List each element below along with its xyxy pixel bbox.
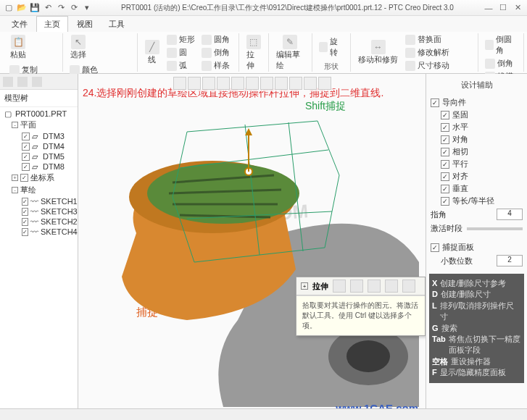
refit-icon[interactable] xyxy=(173,77,186,90)
popup-btn5-icon[interactable] xyxy=(402,280,415,293)
datum-display-icon[interactable] xyxy=(275,77,288,90)
popup-hint: 拾取要对其进行操作的图元。将激活默认工具。使用 Ctrl 键以选择多个项。 xyxy=(296,295,425,335)
model-tree-panel: 模型树 ▢PRT0001.PRT -平面 ✓▱DTM3 ✓▱DTM4 ✓▱DTM… xyxy=(0,74,78,420)
popup-btn2-icon[interactable] xyxy=(350,280,363,293)
menubar: 文件 主页 视图 工具 xyxy=(0,16,527,32)
tree-item[interactable]: ✓▱DTM5 xyxy=(1,151,76,161)
ribbon: 📋粘贴 复制 剪贴板 ↖选择 颜色 几何规则 选择 ╱线 矩形 圆 弧 圆角 倒… xyxy=(0,32,527,74)
tree-item[interactable]: ✓▱DTM8 xyxy=(1,161,76,172)
tree-item[interactable]: ✓▱DTM3 xyxy=(1,131,76,141)
axis-display-icon[interactable] xyxy=(289,77,302,90)
decimals-input[interactable]: 2 xyxy=(497,255,523,266)
popup-btn3-icon[interactable] xyxy=(368,280,381,293)
star-icon[interactable] xyxy=(32,77,42,87)
guide-toggle[interactable]: ✓导向件 xyxy=(431,96,523,109)
decimals-label: 小数位数 xyxy=(441,256,473,266)
snap-panel-toggle[interactable]: ✓捕捉面板 xyxy=(431,241,523,253)
chamfer2-button[interactable]: 倒角 xyxy=(483,57,519,70)
circle-button[interactable]: 圆 xyxy=(165,46,197,59)
popup-btn1-icon[interactable] xyxy=(333,280,346,293)
folder-icon[interactable] xyxy=(17,77,28,87)
svg-line-10 xyxy=(180,150,328,168)
popup-expand-icon[interactable]: + xyxy=(301,282,308,290)
round-button[interactable]: 倒圆角 xyxy=(483,33,519,56)
rect-button[interactable]: 矩形 xyxy=(165,33,197,46)
close-icon[interactable]: ✕ xyxy=(511,3,524,13)
paste-button[interactable]: 📋粘贴 xyxy=(7,33,29,62)
delay-slider[interactable] xyxy=(467,227,523,230)
select-button[interactable]: ↖选择 xyxy=(67,33,89,62)
tree-item[interactable]: ✓▱DTM4 xyxy=(1,141,76,151)
replace-face-button[interactable]: 替换面 xyxy=(403,33,452,46)
design-aid-panel: 设计辅助 ✓导向件 ✓坚固 ✓水平 ✓对角 ✓相切 ✓平行 ✓对齐 ✓垂直 ✓等… xyxy=(426,74,527,420)
quick-access-toolbar: ▢ 📂 💾 ↶ ↷ ⟳ ▾ xyxy=(3,2,93,14)
new-icon[interactable]: ▢ xyxy=(3,2,14,14)
pan-icon[interactable] xyxy=(231,77,244,90)
model-tree-body[interactable]: ▢PRT0001.PRT -平面 ✓▱DTM3 ✓▱DTM4 ✓▱DTM5 ✓▱… xyxy=(0,107,78,420)
extrude-button[interactable]: ⬚拉伸 xyxy=(244,33,264,72)
paste-label: 粘贴 xyxy=(10,49,26,60)
dim-move-button[interactable]: 尺寸移动 xyxy=(403,59,452,72)
revolve-button[interactable]: 旋转 xyxy=(317,35,346,59)
tree-item[interactable]: ✓〰SKETCH1 xyxy=(1,196,76,206)
tree-node-csys[interactable]: +✓坐标系 xyxy=(1,172,76,184)
open-icon[interactable]: 📂 xyxy=(16,2,28,14)
maximize-icon[interactable]: ☐ xyxy=(497,3,510,13)
zoom-out-icon[interactable] xyxy=(202,77,215,90)
check-item[interactable]: ✓垂直 xyxy=(441,182,523,195)
modify-analytic-button[interactable]: 修改解析 xyxy=(403,46,452,59)
svg-point-1 xyxy=(347,340,390,372)
ribbon-group-shape: 旋转 形状 xyxy=(312,33,351,72)
tab-tools[interactable]: 工具 xyxy=(101,17,132,32)
chamfer-button[interactable]: 倒角 xyxy=(199,46,232,59)
undo-icon[interactable]: ↶ xyxy=(42,2,54,14)
point-display-icon[interactable] xyxy=(304,77,317,90)
ribbon-group-engineering: 倒圆角 倒角 拔模 工程 xyxy=(478,33,524,72)
save-icon[interactable]: 💾 xyxy=(29,2,41,14)
redo-icon[interactable]: ↷ xyxy=(55,2,67,14)
spin-icon[interactable] xyxy=(217,77,230,90)
statusbar xyxy=(0,408,527,420)
check-item[interactable]: ✓对齐 xyxy=(441,170,523,182)
popup-btn4-icon[interactable] xyxy=(385,280,398,293)
windows-icon[interactable]: ▾ xyxy=(81,2,93,14)
line-button[interactable]: ╱线 xyxy=(142,38,162,67)
check-item[interactable]: ✓坚固 xyxy=(441,109,523,121)
popup-title: 拉伸 xyxy=(312,281,328,292)
shortcuts-panel: X创建/删除尺寸参考 D创建/删除尺寸 L排列/取消排列操作尺寸 G搜索 Tab… xyxy=(429,274,524,383)
tree-item[interactable]: ✓〰SKETCH3 xyxy=(1,206,76,217)
ribbon-group-edit-sketch: ✎编辑草绘 编辑草绘 xyxy=(269,33,312,72)
check-item[interactable]: ✓相切 xyxy=(441,146,523,158)
display-style-icon[interactable] xyxy=(246,77,259,90)
move-trim-button[interactable]: ↔移动和修剪 xyxy=(355,38,401,67)
tree-item[interactable]: ✓〰SKETCH4 xyxy=(1,227,76,237)
check-item[interactable]: ✓水平 xyxy=(441,121,523,133)
tab-view[interactable]: 视图 xyxy=(70,17,100,32)
tree-root[interactable]: ▢PRT0001.PRT xyxy=(1,109,76,119)
regen-icon[interactable]: ⟳ xyxy=(68,2,80,14)
ribbon-group-label: 形状 xyxy=(317,61,346,72)
tree-item[interactable]: ✓〰SKETCH2 xyxy=(1,217,76,227)
zoom-in-icon[interactable] xyxy=(188,77,201,90)
csys-display-icon[interactable] xyxy=(318,77,331,90)
saved-views-icon[interactable] xyxy=(260,77,273,90)
spline-button[interactable]: 样条 xyxy=(199,59,232,72)
graphics-canvas[interactable]: 24.选择刚刚创建的草绘区域直接拖动操作杆拉伸，捕捉到二维直线. Shift捕捉… xyxy=(78,74,426,420)
tree-node-sketches[interactable]: -草绘 xyxy=(1,184,76,196)
canvas-view-toolbar xyxy=(172,75,333,91)
check-item[interactable]: ✓对角 xyxy=(441,133,523,146)
tab-file[interactable]: 文件 xyxy=(4,17,35,32)
tree-node-planes[interactable]: -平面 xyxy=(1,119,76,131)
fillet-button[interactable]: 圆角 xyxy=(199,33,232,46)
arc-button[interactable]: 弧 xyxy=(165,59,197,72)
tree-icon[interactable] xyxy=(3,77,13,87)
edit-sketch-button[interactable]: ✎编辑草绘 xyxy=(273,33,307,72)
check-item[interactable]: ✓等长/等半径 xyxy=(441,195,523,207)
tab-home[interactable]: 主页 xyxy=(36,16,68,32)
minimize-icon[interactable]: — xyxy=(482,3,495,13)
ribbon-group-line: ╱线 矩形 圆 弧 圆角 倒角 样条 线 xyxy=(138,33,239,72)
window-title: PRT0001 (活动的) E:\Creo工作目录\工作文件\0912\Dire… xyxy=(95,3,480,13)
angle-input[interactable]: 4 xyxy=(497,209,523,220)
check-item[interactable]: ✓平行 xyxy=(441,158,523,170)
ribbon-group-select: ↖选择 颜色 几何规则 选择 xyxy=(63,33,138,72)
